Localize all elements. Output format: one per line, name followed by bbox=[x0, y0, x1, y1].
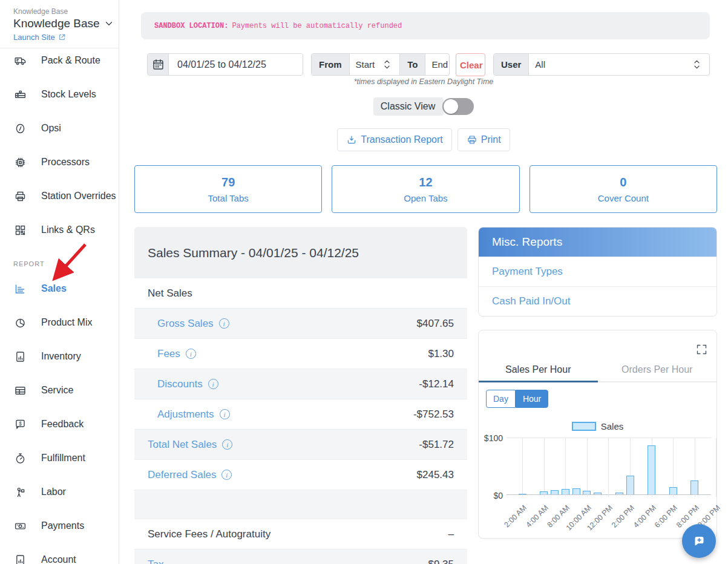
summary-row-label[interactable]: Adjustmentsi bbox=[157, 408, 230, 421]
stat-card-open-tabs: 12 Open Tabs bbox=[332, 165, 519, 213]
classic-view-row: Classic View bbox=[119, 97, 728, 116]
stat-label: Cover Count bbox=[598, 193, 649, 203]
misc-link-payment-types[interactable]: Payment Types bbox=[479, 257, 717, 286]
summary-row-net-sales: Net Sales bbox=[134, 278, 467, 309]
day-button[interactable]: Day bbox=[486, 390, 516, 408]
sidebar-item-inventory[interactable]: Inventory bbox=[0, 339, 119, 373]
transaction-report-button[interactable]: Transaction Report bbox=[337, 128, 451, 151]
sidebar-item-pack-route[interactable]: Pack & Route bbox=[0, 44, 119, 77]
transaction-report-label: Transaction Report bbox=[361, 134, 442, 145]
sidebar-item-service[interactable]: Service bbox=[0, 373, 119, 407]
sidebar-item-product-mix[interactable]: Product Mix bbox=[0, 306, 119, 339]
right-column: Misc. Reports Payment TypesCash Paid In/… bbox=[478, 227, 717, 316]
stat-card-cover-count: 0 Cover Count bbox=[530, 165, 717, 213]
tab-sales-per-hour[interactable]: Sales Per Hour bbox=[479, 361, 598, 381]
sandbox-banner-text: Payments will be automatically refunded bbox=[232, 22, 402, 30]
summary-row-label[interactable]: Feesi bbox=[157, 348, 196, 360]
summary-row-label[interactable]: Tax bbox=[148, 559, 163, 564]
misc-reports-card: Misc. Reports Payment TypesCash Paid In/… bbox=[478, 227, 717, 316]
stat-label: Total Tabs bbox=[208, 193, 249, 203]
shelf-icon bbox=[13, 88, 27, 101]
info-icon[interactable]: i bbox=[219, 318, 229, 329]
sidebar-item-sales[interactable]: Sales bbox=[0, 272, 119, 306]
summary-row-value: -$51.72 bbox=[419, 439, 454, 451]
sales-bar bbox=[519, 494, 526, 494]
info-icon[interactable]: i bbox=[208, 379, 218, 389]
sidebar-item-label: Pack & Route bbox=[41, 55, 100, 66]
summary-row-label[interactable]: Discountsi bbox=[157, 378, 218, 390]
user-select[interactable]: All bbox=[529, 54, 709, 75]
sidebar-item-label: Labor bbox=[41, 487, 66, 497]
stat-value: 12 bbox=[419, 175, 432, 189]
chart-gridline bbox=[587, 438, 588, 497]
sidebar-item-fulfillment[interactable]: Fulfillment bbox=[0, 441, 119, 475]
sidebar-item-labor[interactable]: Labor bbox=[0, 475, 119, 509]
info-icon[interactable]: i bbox=[186, 349, 196, 359]
tab-orders-per-hour[interactable]: Orders Per Hour bbox=[598, 361, 717, 381]
sidebar-item-processors[interactable]: Processors bbox=[0, 145, 119, 179]
sidebar: Knowledge Base Knowledge Base Launch Sit… bbox=[0, 0, 119, 564]
user-filter-group: User All bbox=[493, 53, 710, 76]
info-icon[interactable]: i bbox=[221, 470, 232, 480]
to-time-select[interactable]: End bbox=[425, 54, 450, 75]
sidebar-nav-report: SalesProduct MixInventoryService$Feedbac… bbox=[0, 272, 119, 564]
location-switcher[interactable]: Knowledge Base bbox=[13, 17, 119, 30]
chart-tabs: Sales Per Hour Orders Per Hour bbox=[479, 361, 717, 382]
chart-gridline bbox=[522, 438, 523, 497]
sidebar-item-label: Payments bbox=[41, 520, 84, 531]
misc-link-cash-paid-in-out[interactable]: Cash Paid In/Out bbox=[479, 286, 717, 316]
sales-bar bbox=[572, 488, 580, 494]
chat-fab-button[interactable] bbox=[682, 524, 716, 558]
hour-button[interactable]: Hour bbox=[516, 390, 548, 408]
date-range-input[interactable] bbox=[169, 54, 303, 75]
launch-site-link[interactable]: Launch Site bbox=[13, 33, 119, 42]
stat-label: Open Tabs bbox=[404, 193, 447, 203]
summary-row-label[interactable]: Deferred Salesi bbox=[148, 469, 232, 481]
day-hour-toggle: Day Hour bbox=[486, 390, 548, 408]
user-value: All bbox=[535, 59, 545, 70]
info-icon[interactable]: i bbox=[222, 439, 232, 450]
bar-chart-icon bbox=[13, 282, 27, 295]
truck-icon bbox=[13, 54, 27, 67]
x-axis-ticks: 2:00 AM4:00 AM8:00 AM10:00 AM12:00 PM2:0… bbox=[507, 499, 711, 536]
expand-icon[interactable] bbox=[695, 343, 706, 354]
summary-row-value: $245.43 bbox=[417, 469, 454, 481]
stat-card-total-tabs: 79 Total Tabs bbox=[134, 165, 322, 213]
external-link-icon bbox=[58, 33, 66, 41]
sort-arrows-icon bbox=[381, 58, 393, 71]
summary-row-label: Net Sales bbox=[148, 287, 192, 300]
sidebar-item-opsi[interactable]: Opsi bbox=[0, 111, 119, 145]
comment-dollar-icon: $ bbox=[13, 418, 27, 431]
from-time-select[interactable]: Start bbox=[350, 54, 400, 75]
sidebar-item-stock-levels[interactable]: Stock Levels bbox=[0, 77, 119, 111]
sidebar-item-station-overrides[interactable]: Station Overrides bbox=[0, 179, 119, 213]
sidebar-item-label: Sales bbox=[41, 283, 67, 294]
info-icon[interactable]: i bbox=[220, 409, 230, 419]
sidebar-item-label: Feedback bbox=[41, 419, 84, 430]
pie-chart-icon bbox=[13, 316, 27, 329]
clear-button[interactable]: Clear bbox=[456, 53, 485, 76]
sidebar-item-account[interactable]: Account bbox=[0, 543, 119, 564]
summary-row-label[interactable]: Total Net Salesi bbox=[148, 439, 232, 451]
sidebar-item-label: Processors bbox=[41, 157, 90, 168]
summary-row-gross-sales: Gross Salesi$407.65 bbox=[134, 309, 467, 339]
classic-view-toggle[interactable] bbox=[442, 98, 474, 115]
printer-icon bbox=[13, 189, 27, 203]
doc-chart-icon bbox=[13, 350, 27, 363]
sidebar-item-label: Account bbox=[41, 554, 76, 564]
summary-row-value: $407.65 bbox=[417, 318, 454, 330]
summary-row-label[interactable]: Gross Salesi bbox=[157, 318, 229, 330]
sidebar-item-feedback[interactable]: $Feedback bbox=[0, 407, 119, 441]
summary-row-adjustments: Adjustmentsi-$752.53 bbox=[134, 399, 467, 430]
x-tick-label: 2:00 AM bbox=[503, 503, 528, 529]
circle-icon bbox=[13, 122, 27, 135]
stat-value: 0 bbox=[620, 175, 626, 189]
calendar-icon-cell[interactable] bbox=[148, 54, 169, 75]
sidebar-item-payments[interactable]: Payments bbox=[0, 509, 119, 543]
sidebar-item-label: Service bbox=[41, 385, 73, 396]
y-axis-label-top: $100 bbox=[479, 433, 503, 443]
print-button[interactable]: Print bbox=[457, 128, 510, 151]
sidebar-item-links-qrs[interactable]: Links & QRs bbox=[0, 213, 119, 247]
y-axis-label-bottom: $0 bbox=[479, 491, 503, 500]
summary-row-value: – bbox=[448, 528, 454, 540]
